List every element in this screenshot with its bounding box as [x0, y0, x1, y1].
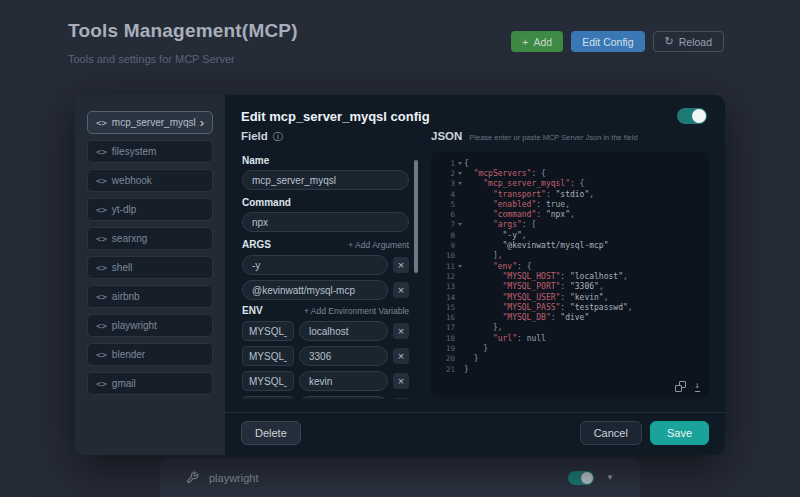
server-list-item[interactable]: <>shell — [87, 256, 213, 279]
tool-enabled-toggle[interactable] — [568, 471, 594, 485]
env-key-input[interactable] — [242, 396, 294, 399]
arg-input[interactable] — [242, 255, 388, 275]
env-value-input[interactable] — [299, 371, 388, 391]
code-text: "env": { — [464, 262, 531, 271]
code-text: "@kevinwatt/mysql-mcp" — [464, 241, 609, 250]
env-key-input[interactable] — [242, 346, 294, 366]
code-line: 15 "MYSQL_PASS": "testpasswd", — [431, 302, 703, 312]
line-number: 2 — [431, 169, 455, 178]
code-text: "-y", — [464, 231, 527, 240]
code-text: "MYSQL_DB": "dive" — [464, 313, 589, 322]
code-icon: <> — [96, 379, 107, 389]
line-number: 7 — [431, 220, 455, 229]
code-line: 14 "MYSQL_USER": "kevin", — [431, 292, 703, 302]
code-line: 13 "MYSQL_PORT": "3306", — [431, 282, 703, 292]
server-list: <>mcp_server_myqsl›<>filesystem<>webhook… — [75, 95, 225, 455]
line-number: 5 — [431, 200, 455, 209]
code-text: } — [464, 344, 488, 353]
fold-marker-icon[interactable] — [455, 182, 464, 185]
fold-marker-icon[interactable] — [455, 162, 464, 165]
server-list-item[interactable]: <>searxng — [87, 227, 213, 250]
page-title: Tools Management(MCP) — [68, 20, 298, 42]
env-value-input[interactable] — [299, 346, 388, 366]
remove-env-button[interactable]: × — [393, 348, 409, 364]
line-number: 10 — [431, 251, 455, 260]
code-line: 21} — [431, 364, 703, 374]
server-list-item[interactable]: <>playwright — [87, 314, 213, 337]
remove-env-button[interactable]: × — [393, 323, 409, 339]
reload-button[interactable]: ↻Reload — [653, 31, 725, 52]
fold-triangle — [458, 265, 462, 268]
server-list-item[interactable]: <>blender — [87, 343, 213, 366]
server-list-item[interactable]: <>mcp_server_myqsl› — [87, 111, 213, 134]
line-number: 11 — [431, 262, 455, 271]
server-item-label: gmail — [112, 378, 136, 389]
line-number: 14 — [431, 293, 455, 302]
tool-row-playwright[interactable]: playwright ▼ — [160, 458, 640, 497]
fold-marker-icon[interactable] — [455, 265, 464, 268]
wrench-icon — [186, 471, 199, 484]
server-list-item[interactable]: <>yt-dlp — [87, 198, 213, 221]
download-icon[interactable]: ↓ — [695, 381, 700, 392]
delete-button[interactable]: Delete — [241, 421, 301, 445]
server-list-item[interactable]: <>gmail — [87, 372, 213, 395]
page-subtitle: Tools and settings for MCP Server — [68, 53, 298, 65]
server-list-item[interactable]: <>airbnb — [87, 285, 213, 308]
fold-marker-icon[interactable] — [455, 172, 464, 175]
dialog-header: Edit mcp_server_myqsl config — [225, 95, 725, 130]
code-text: "transport": "stdio", — [464, 190, 594, 199]
env-section-head: ENV + Add Environment Variable — [242, 305, 409, 316]
remove-env-button[interactable]: × — [393, 398, 409, 399]
code-icon: <> — [96, 118, 107, 128]
env-key-input[interactable] — [242, 321, 294, 341]
code-line: 20 } — [431, 354, 703, 364]
code-icon: <> — [96, 350, 107, 360]
code-line: 6 "command": "npx", — [431, 209, 703, 219]
plus-icon: + — [522, 36, 528, 48]
scrollbar-thumb[interactable] — [414, 160, 418, 273]
command-input[interactable] — [242, 212, 409, 232]
add-argument-link[interactable]: + Add Argument — [348, 240, 409, 250]
remove-arg-button[interactable]: × — [393, 257, 409, 273]
line-number: 17 — [431, 323, 455, 332]
env-value-input[interactable] — [299, 396, 388, 399]
line-number: 4 — [431, 190, 455, 199]
line-number: 6 — [431, 210, 455, 219]
add-env-link[interactable]: + Add Environment Variable — [304, 306, 409, 316]
code-line: 7 "args": [ — [431, 220, 703, 230]
name-input[interactable] — [242, 170, 409, 190]
remove-env-button[interactable]: × — [393, 373, 409, 389]
cancel-button[interactable]: Cancel — [580, 421, 642, 445]
code-line: 9 "@kevinwatt/mysql-mcp" — [431, 240, 703, 250]
line-number: 12 — [431, 272, 455, 281]
footer-right: Cancel Save — [580, 421, 709, 445]
add-button[interactable]: +Add — [511, 31, 563, 52]
json-editor[interactable]: 1{2 "mcpServers": {3 "mcp_server_myqsl":… — [431, 152, 709, 397]
code-line: 19 } — [431, 343, 703, 353]
copy-icon[interactable] — [675, 381, 686, 392]
server-list-item[interactable]: <>webhook — [87, 169, 213, 192]
fold-triangle — [458, 172, 462, 175]
server-list-item[interactable]: <>filesystem — [87, 140, 213, 163]
server-item-label: searxng — [112, 233, 148, 244]
env-key-input[interactable] — [242, 371, 294, 391]
dialog-columns: Field ⓘ Name Command ARGS + Add Argument… — [225, 130, 725, 412]
env-value-input[interactable] — [299, 321, 388, 341]
server-enabled-toggle[interactable] — [677, 108, 707, 124]
remove-arg-button[interactable]: × — [393, 282, 409, 298]
line-number: 9 — [431, 241, 455, 250]
arg-input[interactable] — [242, 280, 388, 300]
chevron-down-icon[interactable]: ▼ — [606, 473, 614, 482]
line-number: 13 — [431, 282, 455, 291]
fold-marker-icon[interactable] — [455, 223, 464, 226]
toggle-knob — [581, 472, 593, 484]
save-button[interactable]: Save — [650, 421, 709, 445]
code-text: { — [464, 159, 469, 168]
code-line: 10 ], — [431, 251, 703, 261]
env-row: × — [242, 346, 409, 366]
edit-config-button[interactable]: Edit Config — [571, 31, 644, 52]
code-lines: 1{2 "mcpServers": {3 "mcp_server_myqsl":… — [431, 158, 703, 374]
server-item-label: airbnb — [112, 291, 140, 302]
line-number: 19 — [431, 344, 455, 353]
page-header: Tools Management(MCP) Tools and settings… — [68, 20, 298, 65]
